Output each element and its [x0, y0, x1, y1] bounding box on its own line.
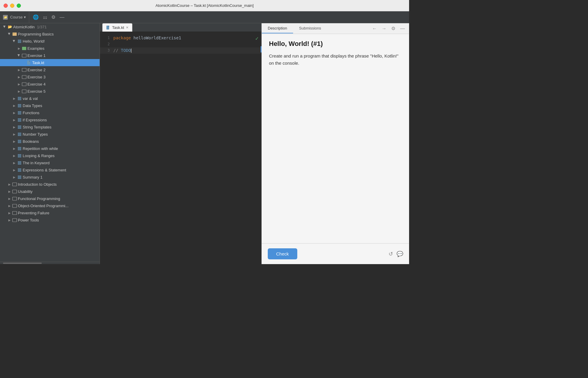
svg-rect-14 [13, 211, 17, 215]
power-tools-label: Power Tools [17, 218, 100, 222]
course-folder-icon: 📁 [3, 15, 8, 20]
nav-settings-button[interactable]: ⚙ [389, 25, 397, 32]
sidebar-item-booleans[interactable]: ▶ Booleans [0, 138, 100, 145]
expr-icon [17, 167, 22, 173]
looping-label: Looping & Ranges [22, 154, 100, 158]
root-arrow: ▶ [2, 24, 7, 29]
exercise1-folder-icon [21, 53, 27, 58]
sidebar-item-summary-1[interactable]: ▶ Summary 1 [0, 173, 100, 181]
sidebar-item-number-types[interactable]: ▶ Number Types [0, 131, 100, 138]
exercise2-icon [21, 67, 27, 72]
num-types-icon [17, 131, 22, 137]
nav-forward-button[interactable]: → [380, 25, 388, 32]
tab-task-kt[interactable]: Task.kt ✕ [102, 23, 132, 32]
examples-folder-icon [21, 46, 27, 51]
sidebar-item-programming-basics[interactable]: ▶ Programming Basics [0, 30, 100, 38]
sidebar-item-usability[interactable]: ▶ Usability [0, 188, 100, 195]
num-types-arrow: ▶ [12, 132, 17, 137]
exercise4-label: Exercise 4 [27, 82, 100, 86]
nav-back-button[interactable]: ← [370, 25, 379, 32]
footer-refresh-button[interactable]: ↺ [389, 251, 393, 257]
sidebar-item-task-kt[interactable]: ▶ Task.kt [0, 59, 100, 66]
exercise5-label: Exercise 5 [27, 89, 100, 94]
maximize-button[interactable] [17, 4, 21, 8]
sidebar-item-exercise-4[interactable]: ▶ Exercise 4 [0, 80, 100, 88]
nav-close-button[interactable]: — [398, 25, 407, 32]
layout-icon-button[interactable]: ⚏ [42, 14, 48, 21]
data-types-icon [17, 103, 22, 108]
sidebar-item-root[interactable]: ▶ 📂 AtomicKotlin 1/371 [0, 23, 100, 30]
intro-obj-label: Introduction to Objects [17, 182, 100, 187]
hello-world-label: Hello, World! [22, 39, 100, 44]
sidebar-item-looping[interactable]: ▶ Looping & Ranges [0, 152, 100, 159]
sidebar-scrollbar[interactable] [0, 262, 100, 264]
right-panel: Description Submissions ← → ⚙ — Hello, W… [261, 23, 409, 264]
svg-rect-2 [22, 47, 26, 50]
booleans-arrow: ▶ [12, 139, 17, 144]
exercise2-label: Exercise 2 [27, 68, 100, 72]
sidebar-item-exercise-3[interactable]: ▶ Exercise 3 [0, 73, 100, 80]
comment-prefix: // [113, 48, 121, 53]
sidebar-item-functions[interactable]: ▶ Functions [0, 109, 100, 116]
sidebar-item-if-expressions[interactable]: ▶ if Expressions [0, 116, 100, 123]
identifier-package-name: helloWorldExercise1 [133, 35, 181, 40]
sidebar-item-intro-objects[interactable]: ▶ Introduction to Objects [0, 181, 100, 188]
root-label: AtomicKotlin 1/371 [13, 25, 100, 29]
tab-submissions[interactable]: Submissions [293, 24, 327, 33]
if-exp-arrow: ▶ [12, 117, 17, 122]
num-types-label: Number Types [22, 132, 100, 137]
power-tools-arrow: ▶ [7, 218, 12, 222]
prev-fail-icon [12, 210, 17, 216]
sidebar-item-in-keyword[interactable]: ▶ The in Keyword [0, 159, 100, 166]
if-exp-label: if Expressions [22, 118, 100, 122]
intro-obj-arrow: ▶ [7, 182, 12, 187]
data-types-arrow: ▶ [12, 103, 17, 108]
sidebar-item-hello-world[interactable]: ▶ Hello, World! [0, 38, 100, 45]
str-tmpl-arrow: ▶ [12, 125, 17, 129]
sidebar-item-examples[interactable]: ▶ Examples [0, 45, 100, 52]
examples-label: Examples [27, 46, 100, 51]
editor-code-area[interactable]: ✓ 1 package helloWorldExercise1 2 [100, 32, 261, 264]
if-exp-icon [17, 117, 22, 123]
close-button[interactable] [4, 4, 8, 8]
tab-close-button[interactable]: ✕ [126, 26, 129, 30]
tab-description[interactable]: Description [262, 24, 293, 33]
exercise4-icon [21, 81, 27, 87]
course-button[interactable]: Course ▾ [10, 15, 26, 19]
sidebar-item-string-templates[interactable]: ▶ String Templates [0, 123, 100, 131]
hello-world-icon [17, 38, 22, 44]
sidebar-item-exercise-1[interactable]: ▶ Exercise 1 [0, 52, 100, 59]
sidebar-item-functional-prog[interactable]: ▶ Functional Programming [0, 195, 100, 202]
minus-icon-button[interactable]: — [58, 14, 66, 21]
footer-chat-button[interactable]: 💬 [397, 251, 403, 257]
var-val-arrow: ▶ [12, 96, 17, 101]
sidebar-item-repetition[interactable]: ▶ Repetition with while [0, 145, 100, 152]
sidebar-item-exercise-5[interactable]: ▶ Exercise 5 [0, 88, 100, 95]
examples-arrow: ▶ [17, 46, 21, 51]
sidebar-item-var-val[interactable]: ▶ var & val [0, 95, 100, 102]
settings-icon-button[interactable]: ⚙ [50, 14, 57, 21]
top-toolbar: 📁 Course ▾ 🌐 ⚏ ⚙ — [0, 11, 409, 23]
checkmark-icon: ✓ [255, 34, 259, 42]
editor-line-3: 3 // TODO [100, 47, 261, 54]
var-val-icon [17, 96, 22, 101]
sidebar-item-exercise-2[interactable]: ▶ Exercise 2 [0, 66, 100, 73]
func-prog-arrow: ▶ [7, 196, 12, 201]
exercise5-arrow: ▶ [17, 89, 21, 94]
line-content-1: package helloWorldExercise1 [113, 35, 261, 41]
globe-icon-button[interactable]: 🌐 [32, 14, 40, 21]
svg-rect-7 [22, 75, 26, 79]
check-button[interactable]: Check [268, 248, 297, 259]
sidebar-item-power-tools[interactable]: ▶ Power Tools [0, 216, 100, 224]
expr-arrow: ▶ [12, 168, 17, 172]
sidebar-item-data-types[interactable]: ▶ Data Types [0, 102, 100, 109]
prog-basics-arrow: ▶ [7, 32, 12, 36]
sidebar-tree: ▶ 📂 AtomicKotlin 1/371 ▶ Programming Bas… [0, 23, 100, 262]
svg-rect-6 [22, 68, 26, 72]
sidebar-item-oop[interactable]: ▶ Object-Oriented Programmi... [0, 202, 100, 209]
sidebar-item-preventing-failure[interactable]: ▶ Preventing Failure [0, 209, 100, 216]
minimize-button[interactable] [10, 4, 14, 8]
sidebar-scrollbar-thumb [3, 263, 42, 264]
sidebar-item-expressions[interactable]: ▶ Expressions & Statement [0, 166, 100, 173]
window-controls [4, 4, 21, 8]
